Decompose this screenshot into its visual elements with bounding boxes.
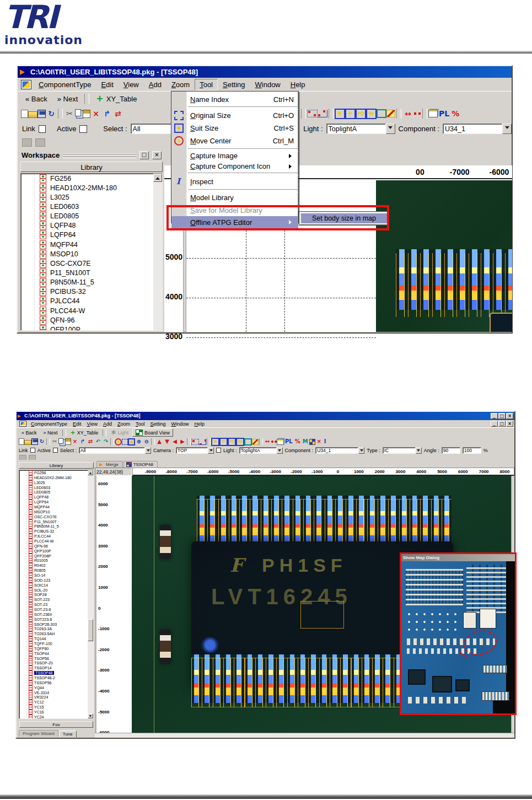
overlap-icon[interactable] xyxy=(244,438,252,445)
toolbar-separator[interactable] xyxy=(396,109,401,119)
new-file-icon[interactable] xyxy=(19,438,24,445)
map-dialog-title[interactable]: Show Map Dialog xyxy=(401,554,515,561)
select-dropdown[interactable]: All xyxy=(79,447,151,454)
menu-item-move-center[interactable]: Move Center Ctrl_M xyxy=(171,135,298,147)
wire-icon[interactable] xyxy=(386,110,395,117)
transfer-icon[interactable]: ⇄ xyxy=(112,109,123,119)
library-item[interactable]: P11_5N100T xyxy=(21,268,162,277)
toolbar-separator[interactable] xyxy=(259,438,263,445)
pad-mode-icon[interactable]: P xyxy=(345,109,356,119)
menu-item-model-library[interactable]: Model Library xyxy=(171,191,298,204)
link-checkbox[interactable] xyxy=(39,125,46,133)
pad-link-icon[interactable] xyxy=(199,439,206,445)
open-folder-icon[interactable] xyxy=(24,440,31,445)
body-link-icon[interactable] xyxy=(191,439,199,445)
mdi-close-button[interactable]: × xyxy=(506,421,513,427)
library-item[interactable]: QFP100P xyxy=(19,549,93,554)
menu-item[interactable]: Add xyxy=(144,79,166,90)
workspace-header[interactable]: Workspace □ × xyxy=(19,149,164,161)
light-dropdown[interactable]: ToplightA xyxy=(239,447,283,454)
light-select[interactable]: ToplightA xyxy=(326,124,395,134)
dropdown-arrow-icon[interactable] xyxy=(416,447,422,454)
dropdown-arrow-icon[interactable] xyxy=(145,447,151,454)
library-item[interactable]: TSOP56 xyxy=(19,656,93,661)
menu-item[interactable]: Zoom xyxy=(166,79,195,90)
probe-icon[interactable] xyxy=(413,110,421,117)
library-item[interactable]: TSSOP48 xyxy=(19,670,93,675)
menu-item[interactable]: View xyxy=(84,421,100,427)
library-item[interactable]: HEAD10X2-2MM-180 xyxy=(19,475,93,480)
library-item[interactable]: MSOP10 xyxy=(19,509,93,514)
wire-icon[interactable] xyxy=(252,439,259,445)
library-item[interactable]: LQFP64 xyxy=(19,500,93,504)
library-item[interactable]: YQ44 xyxy=(19,685,93,690)
library-scrollbar[interactable] xyxy=(88,470,93,718)
panel-minimize-button[interactable]: □ xyxy=(139,151,149,159)
scroll-up-button[interactable] xyxy=(153,174,162,182)
menu-item[interactable]: Add xyxy=(100,421,115,427)
back-button[interactable]: « Back xyxy=(21,93,52,105)
library-item[interactable]: MSOP10 xyxy=(21,249,162,259)
library-item[interactable]: SOD-123 xyxy=(19,578,93,583)
library-item[interactable]: LED0805 xyxy=(19,490,93,495)
new-window-icon[interactable] xyxy=(428,110,438,117)
library-item[interactable]: SO-14 xyxy=(19,573,93,578)
copy-icon[interactable] xyxy=(58,438,63,444)
library-item[interactable]: TQFP80 xyxy=(19,646,93,651)
toolbar-separator[interactable] xyxy=(110,438,114,445)
menu-item-name-index[interactable]: Name Index Ctrl+N xyxy=(171,93,298,105)
pl-icon[interactable]: PL xyxy=(284,438,294,445)
toolbar-separator[interactable] xyxy=(422,109,427,119)
toolbar-separator[interactable] xyxy=(151,438,155,445)
refresh-icon[interactable]: ↻ xyxy=(46,109,57,119)
tab-merge[interactable]: Merge xyxy=(96,461,123,468)
menu-item[interactable]: Tool xyxy=(195,79,218,90)
library-item[interactable]: PJLCC44 xyxy=(21,297,162,306)
library-item[interactable]: SOT-23 xyxy=(19,602,93,607)
suit-size-icon[interactable] xyxy=(128,438,135,445)
library-item[interactable]: MQFP44 xyxy=(21,240,162,249)
body-mode-icon[interactable]: B xyxy=(211,438,219,446)
fov-button[interactable]: Fov xyxy=(19,721,93,728)
library-item[interactable]: LQFP48 xyxy=(19,495,93,500)
menu-item[interactable]: Edit xyxy=(70,421,84,427)
library-item[interactable]: OSC-CXO7E xyxy=(21,259,162,268)
pad-mode-icon[interactable]: P xyxy=(219,438,228,446)
toolbar-separator[interactable] xyxy=(46,438,50,445)
active-checkbox[interactable] xyxy=(53,448,58,453)
grid-icon[interactable] xyxy=(309,439,315,445)
library-item[interactable]: L3025 xyxy=(21,192,162,202)
pcb-camera-image[interactable] xyxy=(376,180,512,332)
library-scrollbar[interactable] xyxy=(153,174,162,330)
library-item[interactable]: TSSOP48-2 xyxy=(19,675,93,680)
view-scrollbar-horizontal[interactable] xyxy=(95,733,514,738)
body-link-icon[interactable] xyxy=(307,110,318,117)
library-item[interactable]: YC24 xyxy=(19,715,93,719)
delete-icon[interactable]: × xyxy=(71,438,79,445)
zoom-percent-input[interactable]: 100 xyxy=(463,447,481,454)
open-folder-icon[interactable] xyxy=(28,111,37,118)
new-window-icon[interactable] xyxy=(277,439,284,445)
link-checkbox[interactable] xyxy=(30,448,35,453)
zoom-out-icon[interactable]: ⊖ xyxy=(143,438,151,445)
library-item[interactable]: MQFP44 xyxy=(19,504,93,509)
measure-icon[interactable]: ↔ xyxy=(264,438,271,445)
cut-icon[interactable]: ✂ xyxy=(51,438,58,445)
percent-icon[interactable]: % xyxy=(450,109,460,119)
menu-item[interactable]: Window xyxy=(250,79,286,90)
library-header[interactable]: Library xyxy=(20,162,163,172)
close-view-icon[interactable]: × xyxy=(315,438,323,445)
panel-close-button[interactable]: × xyxy=(152,151,162,159)
next-component-icon[interactable]: ▶ xyxy=(179,438,186,445)
cut-icon[interactable]: ✂ xyxy=(64,109,75,119)
toolbar-separator[interactable] xyxy=(187,438,191,445)
new-file-icon[interactable] xyxy=(21,110,28,118)
move-center-icon[interactable] xyxy=(115,438,122,445)
library-item[interactable]: LED0603 xyxy=(21,202,162,211)
original-size-icon[interactable] xyxy=(122,439,128,445)
save-icon[interactable] xyxy=(37,110,46,118)
undo-icon[interactable]: ↶ xyxy=(94,438,102,445)
angle-input[interactable]: 90 xyxy=(442,447,460,454)
library-item[interactable]: HEAD10X2-2MM-180 xyxy=(21,183,162,192)
library-item[interactable]: SOT-2369 xyxy=(19,612,93,617)
